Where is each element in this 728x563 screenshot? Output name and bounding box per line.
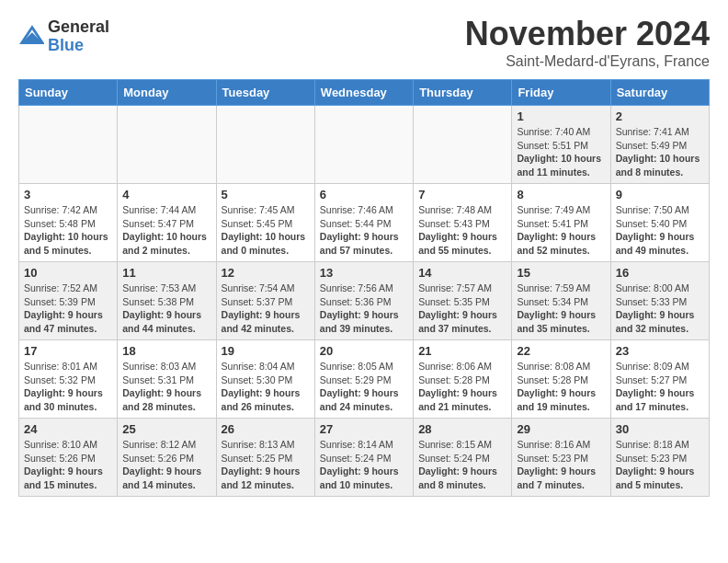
day-number: 20 — [320, 344, 408, 358]
day-number: 18 — [122, 344, 210, 358]
calendar-cell: 23Sunrise: 8:09 AMSunset: 5:27 PMDayligh… — [610, 340, 709, 419]
calendar-cell: 13Sunrise: 7:56 AMSunset: 5:36 PMDayligh… — [314, 262, 413, 340]
calendar-cell: 10Sunrise: 7:52 AMSunset: 5:39 PMDayligh… — [19, 262, 118, 340]
calendar-cell: 21Sunrise: 8:06 AMSunset: 5:28 PMDayligh… — [414, 340, 512, 419]
day-number: 1 — [517, 109, 605, 123]
calendar-cell — [19, 106, 118, 184]
cell-details: Sunrise: 8:04 AMSunset: 5:30 PMDaylight:… — [222, 360, 310, 414]
day-number: 26 — [222, 422, 310, 436]
cell-details: Sunrise: 7:56 AMSunset: 5:36 PMDaylight:… — [320, 282, 408, 336]
cell-details: Sunrise: 8:10 AMSunset: 5:26 PMDaylight:… — [24, 438, 112, 492]
cell-details: Sunrise: 7:46 AMSunset: 5:44 PMDaylight:… — [320, 203, 408, 258]
cell-details: Sunrise: 8:13 AMSunset: 5:25 PMDaylight:… — [222, 438, 310, 492]
cell-details: Sunrise: 8:00 AMSunset: 5:33 PMDaylight:… — [616, 282, 704, 336]
weekday-header-sunday: Sunday — [19, 80, 118, 106]
calendar-cell: 4Sunrise: 7:44 AMSunset: 5:47 PMDaylight… — [118, 184, 216, 262]
calendar-cell: 6Sunrise: 7:46 AMSunset: 5:44 PMDaylight… — [314, 184, 413, 262]
calendar-body: 1Sunrise: 7:40 AMSunset: 5:51 PMDaylight… — [19, 106, 710, 497]
logo-general-text: General — [48, 18, 109, 37]
day-number: 25 — [122, 422, 210, 436]
cell-details: Sunrise: 7:44 AMSunset: 5:47 PMDaylight:… — [122, 203, 210, 258]
calendar-cell: 29Sunrise: 8:16 AMSunset: 5:23 PMDayligh… — [512, 419, 610, 497]
calendar-week-1: 1Sunrise: 7:40 AMSunset: 5:51 PMDaylight… — [19, 106, 710, 184]
cell-details: Sunrise: 7:49 AMSunset: 5:41 PMDaylight:… — [517, 203, 605, 258]
day-number: 24 — [24, 422, 112, 436]
calendar-cell: 19Sunrise: 8:04 AMSunset: 5:30 PMDayligh… — [216, 340, 314, 419]
day-number: 9 — [616, 188, 704, 201]
calendar-cell: 7Sunrise: 7:48 AMSunset: 5:43 PMDaylight… — [414, 184, 512, 262]
calendar-week-4: 17Sunrise: 8:01 AMSunset: 5:32 PMDayligh… — [19, 340, 710, 419]
weekday-header-row: SundayMondayTuesdayWednesdayThursdayFrid… — [19, 80, 710, 106]
month-title: November 2024 — [465, 15, 710, 53]
calendar-cell: 1Sunrise: 7:40 AMSunset: 5:51 PMDaylight… — [512, 106, 610, 184]
calendar-cell: 27Sunrise: 8:14 AMSunset: 5:24 PMDayligh… — [314, 419, 413, 497]
cell-details: Sunrise: 8:14 AMSunset: 5:24 PMDaylight:… — [320, 438, 408, 492]
cell-details: Sunrise: 8:01 AMSunset: 5:32 PMDaylight:… — [24, 360, 112, 414]
cell-details: Sunrise: 7:45 AMSunset: 5:45 PMDaylight:… — [222, 203, 310, 258]
cell-details: Sunrise: 7:40 AMSunset: 5:51 PMDaylight:… — [517, 125, 605, 179]
cell-details: Sunrise: 8:15 AMSunset: 5:24 PMDaylight:… — [418, 438, 506, 492]
weekday-header-tuesday: Tuesday — [216, 80, 314, 106]
cell-details: Sunrise: 7:42 AMSunset: 5:48 PMDaylight:… — [24, 203, 112, 258]
cell-details: Sunrise: 8:05 AMSunset: 5:29 PMDaylight:… — [320, 360, 408, 414]
day-number: 30 — [616, 422, 704, 436]
cell-details: Sunrise: 7:59 AMSunset: 5:34 PMDaylight:… — [517, 282, 605, 336]
calendar-cell: 9Sunrise: 7:50 AMSunset: 5:40 PMDaylight… — [610, 184, 709, 262]
weekday-header-friday: Friday — [512, 80, 610, 106]
day-number: 29 — [517, 422, 605, 436]
cell-details: Sunrise: 8:16 AMSunset: 5:23 PMDaylight:… — [517, 438, 605, 492]
cell-details: Sunrise: 8:06 AMSunset: 5:28 PMDaylight:… — [418, 360, 506, 414]
calendar-cell: 20Sunrise: 8:05 AMSunset: 5:29 PMDayligh… — [314, 340, 413, 419]
cell-details: Sunrise: 7:53 AMSunset: 5:38 PMDaylight:… — [122, 282, 210, 336]
cell-details: Sunrise: 8:18 AMSunset: 5:23 PMDaylight:… — [616, 438, 704, 492]
calendar-cell — [314, 106, 413, 184]
header: General Blue November 2024 Saint-Medard-… — [18, 15, 710, 70]
day-number: 21 — [418, 344, 506, 358]
day-number: 4 — [122, 188, 210, 201]
calendar-table: SundayMondayTuesdayWednesdayThursdayFrid… — [18, 79, 710, 497]
calendar-week-3: 10Sunrise: 7:52 AMSunset: 5:39 PMDayligh… — [19, 262, 710, 340]
calendar-cell: 17Sunrise: 8:01 AMSunset: 5:32 PMDayligh… — [19, 340, 118, 419]
calendar-cell: 28Sunrise: 8:15 AMSunset: 5:24 PMDayligh… — [414, 419, 512, 497]
weekday-header-wednesday: Wednesday — [314, 80, 413, 106]
day-number: 16 — [616, 266, 704, 280]
logo-icon — [18, 24, 44, 50]
weekday-header-thursday: Thursday — [414, 80, 512, 106]
day-number: 14 — [418, 266, 506, 280]
day-number: 6 — [320, 188, 408, 201]
logo-blue-text: Blue — [48, 37, 109, 55]
cell-details: Sunrise: 7:50 AMSunset: 5:40 PMDaylight:… — [616, 203, 704, 258]
calendar-week-2: 3Sunrise: 7:42 AMSunset: 5:48 PMDaylight… — [19, 184, 710, 262]
day-number: 2 — [616, 109, 704, 123]
weekday-header-monday: Monday — [118, 80, 216, 106]
day-number: 15 — [517, 266, 605, 280]
day-number: 22 — [517, 344, 605, 358]
calendar-cell — [216, 106, 314, 184]
day-number: 27 — [320, 422, 408, 436]
calendar-cell: 22Sunrise: 8:08 AMSunset: 5:28 PMDayligh… — [512, 340, 610, 419]
cell-details: Sunrise: 7:54 AMSunset: 5:37 PMDaylight:… — [222, 282, 310, 336]
calendar-cell: 24Sunrise: 8:10 AMSunset: 5:26 PMDayligh… — [19, 419, 118, 497]
day-number: 8 — [517, 188, 605, 201]
day-number: 19 — [222, 344, 310, 358]
calendar-cell: 14Sunrise: 7:57 AMSunset: 5:35 PMDayligh… — [414, 262, 512, 340]
calendar-week-5: 24Sunrise: 8:10 AMSunset: 5:26 PMDayligh… — [19, 419, 710, 497]
day-number: 23 — [616, 344, 704, 358]
calendar-cell: 26Sunrise: 8:13 AMSunset: 5:25 PMDayligh… — [216, 419, 314, 497]
day-number: 7 — [418, 188, 506, 201]
weekday-header-saturday: Saturday — [610, 80, 709, 106]
calendar-cell: 16Sunrise: 8:00 AMSunset: 5:33 PMDayligh… — [610, 262, 709, 340]
cell-details: Sunrise: 8:08 AMSunset: 5:28 PMDaylight:… — [517, 360, 605, 414]
day-number: 12 — [222, 266, 310, 280]
calendar-cell: 12Sunrise: 7:54 AMSunset: 5:37 PMDayligh… — [216, 262, 314, 340]
calendar-cell: 3Sunrise: 7:42 AMSunset: 5:48 PMDaylight… — [19, 184, 118, 262]
title-area: November 2024 Saint-Medard-d'Eyrans, Fra… — [465, 15, 710, 70]
day-number: 28 — [418, 422, 506, 436]
day-number: 11 — [122, 266, 210, 280]
calendar-cell: 11Sunrise: 7:53 AMSunset: 5:38 PMDayligh… — [118, 262, 216, 340]
calendar-cell: 25Sunrise: 8:12 AMSunset: 5:26 PMDayligh… — [118, 419, 216, 497]
calendar-cell: 5Sunrise: 7:45 AMSunset: 5:45 PMDaylight… — [216, 184, 314, 262]
cell-details: Sunrise: 8:03 AMSunset: 5:31 PMDaylight:… — [122, 360, 210, 414]
day-number: 13 — [320, 266, 408, 280]
day-number: 3 — [24, 188, 112, 201]
